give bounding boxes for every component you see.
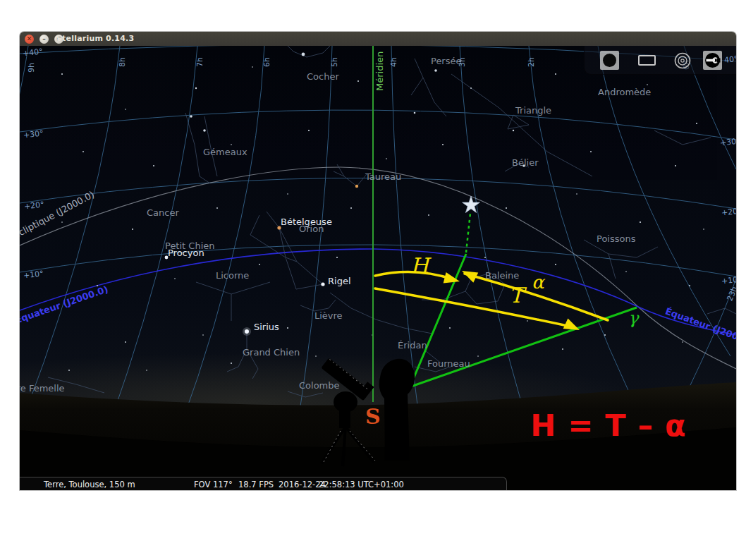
status-fps: 18.7 FPS <box>238 480 274 489</box>
telrad-sight-icon[interactable] <box>675 54 690 68</box>
window-title: Stellarium 0.14.3 <box>56 34 134 43</box>
constellation-label-fourneau: Fourneau <box>427 358 470 369</box>
dec-label-right-30: +30° <box>719 137 736 148</box>
constellation-label-gemeaux: Gémeaux <box>203 147 247 157</box>
constellation-label-taureau: Taureau <box>365 171 401 182</box>
star-label-sirius: Sirius <box>254 322 279 332</box>
hour-label-7h: 7h <box>195 57 204 67</box>
stellarium-window: ✕ – ▢ Stellarium 0.14.3 <box>20 32 736 490</box>
constellation-label-baleine: Baleine <box>485 270 519 281</box>
constellation-label-andromede: Andromède <box>598 87 651 97</box>
constellation-label-persee: Persée <box>431 56 462 66</box>
minimize-icon[interactable]: – <box>39 35 49 44</box>
constellation-label-grand-chien: Grand Chien <box>243 347 300 358</box>
constellation-label-lievre: Lièvre <box>314 310 343 321</box>
observer-label: S <box>365 404 381 429</box>
constellation-label-colombe: Colombe <box>299 380 340 391</box>
hour-label-2h: 2h <box>527 57 536 67</box>
hour-label-5h: 5h <box>330 57 339 67</box>
hour-label-8h: 8h <box>118 57 127 67</box>
vernal-point-label: γ <box>628 308 638 328</box>
oculars-settings-icon[interactable] <box>703 51 722 70</box>
hour-label-9h: 9h <box>27 63 36 73</box>
desktop-background: ✕ – ▢ Stellarium 0.14.3 <box>0 0 746 560</box>
constellation-label-belier: Bélier <box>512 157 538 168</box>
hour-label-4h: 4h <box>389 57 398 67</box>
star-label-procyon: Procyon <box>168 248 204 258</box>
dec-label-right-40: 40° <box>723 54 736 65</box>
hour-label-6h: 6h <box>262 57 271 67</box>
constellation-label-cancer: Cancer <box>147 207 179 218</box>
meridian-label: Méridien <box>374 51 385 91</box>
constellation-label-triangle: Triangle <box>515 105 551 116</box>
status-bar: Terre, Toulouse, 150 m FOV 117° 18.7 FPS… <box>20 477 507 490</box>
close-icon[interactable]: ✕ <box>25 35 34 44</box>
sky-view[interactable]: 9h 8h 7h 6h 5h 4h 3h 2h 0h Méridien +40°… <box>20 46 736 490</box>
star-label-rigel: Rigel <box>328 276 351 286</box>
ocular-view-icon[interactable] <box>600 51 619 70</box>
constellation-label-cocher: Cocher <box>307 71 339 82</box>
constellation-label-poissons: Poissons <box>597 233 635 244</box>
dec-label-right-20: +20° <box>721 207 736 218</box>
constellation-label-eridan: Éridan <box>398 340 427 351</box>
status-location: Terre, Toulouse, 150 m <box>44 480 135 489</box>
titlebar[interactable]: ✕ – ▢ Stellarium 0.14.3 <box>20 32 736 47</box>
status-fov: FOV 117° <box>194 480 233 489</box>
dec-label-right-10: +10° <box>721 275 736 286</box>
formula-text: H = T – α <box>522 408 695 443</box>
right-ascension-label: α <box>532 272 544 293</box>
sensor-frame-icon[interactable] <box>639 56 655 65</box>
status-time: 22:58:13 UTC+01:00 <box>319 480 404 489</box>
constellation-label-hydre-femelle: Hydre Femelle <box>20 383 65 394</box>
star-label-betelgeuse: Bételgeuse <box>281 217 332 227</box>
sidereal-time-label: T <box>509 283 523 308</box>
oculars-toolbar <box>584 46 736 75</box>
constellation-label-licorne: Licorne <box>216 270 249 281</box>
hour-angle-label: H <box>410 253 429 278</box>
